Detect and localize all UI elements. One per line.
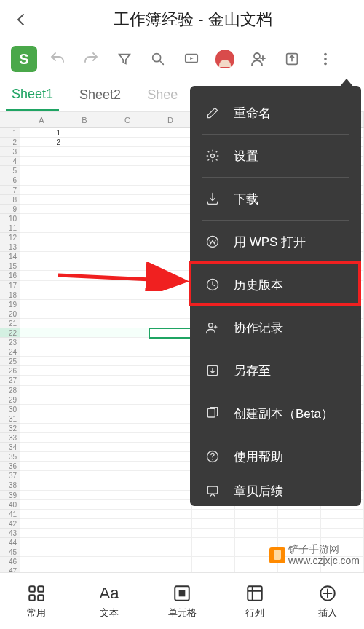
row-header[interactable]: 2: [0, 138, 20, 147]
cell[interactable]: [149, 319, 192, 328]
cell[interactable]: [106, 147, 149, 157]
cell[interactable]: [63, 557, 106, 566]
cell[interactable]: [20, 261, 63, 271]
sheet-tab-1[interactable]: Sheet1: [6, 79, 59, 111]
cell[interactable]: [20, 491, 63, 500]
cell[interactable]: [63, 538, 106, 547]
cell[interactable]: [20, 414, 63, 424]
cell[interactable]: [20, 500, 63, 510]
cell[interactable]: [106, 290, 149, 300]
cell[interactable]: [63, 433, 106, 443]
cell[interactable]: [20, 376, 63, 385]
cell[interactable]: [149, 376, 192, 385]
filter-button[interactable]: [108, 44, 141, 74]
col-header[interactable]: B: [63, 112, 106, 127]
cell[interactable]: [106, 424, 149, 433]
cell[interactable]: [106, 547, 149, 557]
cell[interactable]: [20, 405, 63, 414]
redo-button[interactable]: [74, 44, 108, 74]
cell[interactable]: [106, 195, 149, 205]
cell[interactable]: [106, 175, 149, 185]
cell[interactable]: [106, 186, 149, 195]
cell[interactable]: [106, 557, 149, 566]
cell[interactable]: [149, 529, 192, 538]
cell[interactable]: [63, 328, 106, 338]
cell[interactable]: [149, 195, 192, 205]
row-header[interactable]: 25: [0, 357, 20, 366]
cell[interactable]: [106, 414, 149, 424]
row-header[interactable]: 7: [0, 186, 20, 195]
cell[interactable]: [106, 166, 149, 175]
cell[interactable]: [192, 529, 235, 538]
row-header[interactable]: 18: [0, 290, 20, 300]
cell[interactable]: [63, 186, 106, 195]
cell[interactable]: [63, 309, 106, 319]
cell[interactable]: [149, 223, 192, 233]
cell[interactable]: [106, 529, 149, 538]
cell[interactable]: [235, 510, 278, 519]
cell[interactable]: [149, 157, 192, 166]
cell[interactable]: [149, 166, 192, 175]
cell[interactable]: [20, 338, 63, 347]
col-header[interactable]: C: [106, 112, 149, 127]
cell[interactable]: [149, 205, 192, 214]
cell[interactable]: [63, 175, 106, 185]
cell[interactable]: [63, 566, 106, 572]
add-user-button[interactable]: [242, 44, 275, 74]
cell[interactable]: [149, 557, 192, 566]
cell[interactable]: [106, 347, 149, 357]
cell[interactable]: [149, 366, 192, 376]
row-header[interactable]: 22: [0, 328, 20, 338]
row-header[interactable]: 31: [0, 414, 20, 424]
cell[interactable]: [192, 547, 235, 557]
cell[interactable]: [20, 252, 63, 261]
cell[interactable]: [63, 338, 106, 347]
cell[interactable]: [106, 519, 149, 529]
cell[interactable]: [149, 242, 192, 252]
cell[interactable]: [20, 309, 63, 319]
cell[interactable]: [20, 519, 63, 529]
cell[interactable]: [149, 233, 192, 242]
cell[interactable]: [149, 252, 192, 261]
cell[interactable]: [321, 519, 364, 529]
row-header[interactable]: 17: [0, 281, 20, 290]
cell[interactable]: [106, 443, 149, 452]
cell[interactable]: [149, 386, 192, 395]
menu-item-history[interactable]: 历史版本: [190, 264, 361, 306]
cell[interactable]: [149, 128, 192, 138]
menu-item-wps[interactable]: 用 WPS 打开: [190, 221, 361, 263]
cell[interactable]: [63, 252, 106, 261]
cell[interactable]: [106, 386, 149, 395]
row-header[interactable]: 35: [0, 452, 20, 462]
cell[interactable]: [192, 538, 235, 547]
cell[interactable]: [106, 538, 149, 547]
cell[interactable]: [20, 452, 63, 462]
cell[interactable]: [106, 491, 149, 500]
row-header[interactable]: 10: [0, 214, 20, 223]
cell[interactable]: [235, 519, 278, 529]
cell[interactable]: [20, 386, 63, 395]
cell[interactable]: [149, 186, 192, 195]
cell[interactable]: [149, 491, 192, 500]
cell[interactable]: [149, 510, 192, 519]
cell[interactable]: [20, 271, 63, 280]
cell[interactable]: [63, 223, 106, 233]
row-header[interactable]: 21: [0, 319, 20, 328]
cell[interactable]: [106, 281, 149, 290]
row-header[interactable]: 15: [0, 261, 20, 271]
row-header[interactable]: 43: [0, 529, 20, 538]
cell[interactable]: [278, 566, 321, 572]
cell[interactable]: [20, 480, 63, 490]
cell[interactable]: [20, 471, 63, 480]
search-button[interactable]: [141, 44, 175, 74]
cell[interactable]: [149, 271, 192, 280]
row-header[interactable]: 28: [0, 386, 20, 395]
row-header[interactable]: 32: [0, 424, 20, 433]
cell[interactable]: [20, 195, 63, 205]
bottom-rowcol[interactable]: 行列: [218, 573, 291, 629]
cell[interactable]: [321, 529, 364, 538]
row-header[interactable]: 26: [0, 366, 20, 376]
cell[interactable]: [149, 500, 192, 510]
cell[interactable]: [20, 242, 63, 252]
cell[interactable]: [63, 480, 106, 490]
